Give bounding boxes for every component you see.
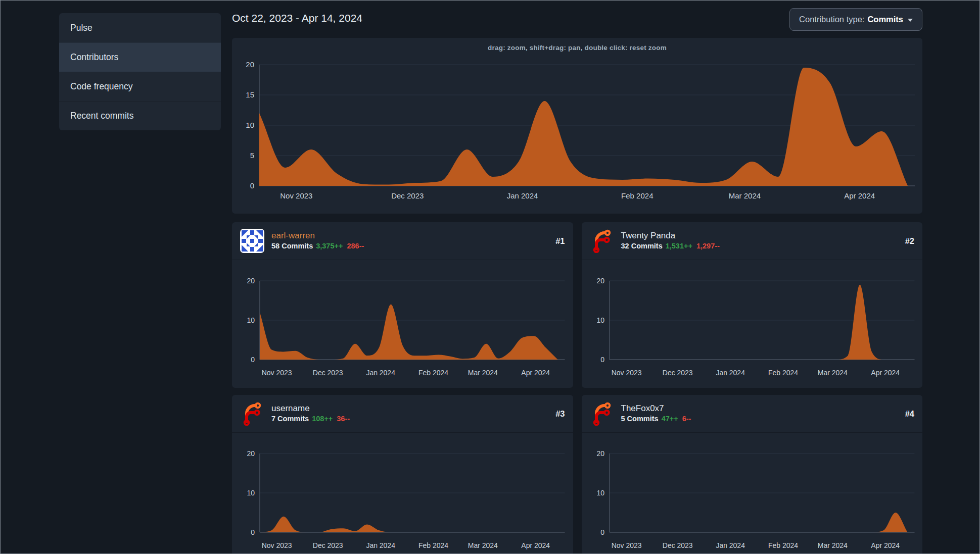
sidebar-item-label: Code frequency — [70, 81, 133, 92]
contributor-card-header: username 7 Commits108++36-- #3 — [232, 395, 573, 433]
sidebar-item-pulse[interactable]: Pulse — [59, 13, 221, 42]
sidebar-item-recent-commits[interactable]: Recent commits — [59, 101, 221, 130]
contributor-name-link[interactable]: Twenty Panda — [621, 231, 720, 241]
commits-area-series — [260, 305, 558, 360]
contributor-additions: 3,375++ — [316, 242, 343, 250]
svg-text:Mar 2024: Mar 2024 — [729, 191, 761, 200]
contributor-chart[interactable]: 01020Nov 2023Dec 2023Jan 2024Feb 2024Mar… — [582, 433, 923, 554]
svg-text:Jan 2024: Jan 2024 — [716, 541, 745, 549]
svg-text:Feb 2024: Feb 2024 — [768, 369, 798, 377]
contributor-additions: 47++ — [662, 415, 678, 423]
svg-text:5: 5 — [250, 151, 254, 160]
contributor-commit-count: 5 Commits — [621, 415, 659, 423]
contributor-commit-count: 58 Commits — [271, 242, 313, 250]
forgejo-logo-avatar-image — [240, 401, 264, 426]
svg-text:Nov 2023: Nov 2023 — [611, 369, 641, 377]
sidebar-item-contributors[interactable]: Contributors — [59, 42, 221, 72]
svg-text:20: 20 — [247, 277, 255, 285]
contribution-type-dropdown[interactable]: Contribution type: Commits — [789, 8, 922, 31]
contributor-deletions: 6-- — [682, 415, 691, 423]
commits-area-series — [260, 517, 558, 532]
contributor-avatar[interactable] — [240, 401, 264, 426]
svg-text:0: 0 — [600, 356, 604, 364]
commits-area-series — [609, 285, 907, 360]
contributor-card-header: Twenty Panda 32 Commits1,531++1,297-- #2 — [582, 222, 923, 260]
svg-text:20: 20 — [247, 449, 255, 458]
activity-content: Oct 22, 2023 - Apr 14, 2024 Contribution… — [232, 8, 922, 554]
contributor-deletions: 36-- — [337, 415, 350, 423]
svg-text:20: 20 — [596, 277, 604, 285]
contributors-activity-page: { "page": { "bg": "#141a22", "card_bg": … — [0, 0, 980, 554]
sidebar-item-label: Contributors — [70, 52, 118, 63]
svg-text:Mar 2024: Mar 2024 — [817, 369, 847, 377]
svg-text:0: 0 — [250, 181, 254, 190]
contributor-cards-grid: earl-warren 58 Commits3,375++286-- #1 01… — [232, 222, 922, 554]
commits-area-series — [609, 513, 907, 532]
svg-text:Mar 2024: Mar 2024 — [468, 369, 498, 377]
forgejo-logo-avatar-image — [590, 401, 614, 426]
contributor-card-header: TheFox0x7 5 Commits47++6-- #4 — [582, 395, 923, 433]
forgejo-logo-avatar-image — [590, 229, 614, 253]
svg-text:0: 0 — [251, 528, 255, 536]
overall-contributions-card: drag: zoom, shift+drag: pan, double clic… — [232, 38, 922, 214]
svg-text:Dec 2023: Dec 2023 — [662, 541, 692, 549]
svg-text:10: 10 — [247, 489, 255, 497]
contributor-deletions: 1,297-- — [696, 242, 720, 250]
overall-contributions-chart[interactable]: 05101520Nov 2023Dec 2023Jan 2024Feb 2024… — [232, 38, 922, 214]
contributor-name-link[interactable]: username — [271, 404, 350, 414]
contributor-additions: 1,531++ — [666, 242, 692, 250]
contributor-chart[interactable]: 01020Nov 2023Dec 2023Jan 2024Feb 2024Mar… — [232, 260, 573, 386]
contributor-card: TheFox0x7 5 Commits47++6-- #4 01020Nov 2… — [582, 395, 923, 554]
contributor-rank: #2 — [905, 236, 914, 246]
svg-text:Nov 2023: Nov 2023 — [611, 541, 641, 549]
contributor-stats: 5 Commits47++6-- — [621, 415, 691, 423]
svg-text:10: 10 — [247, 316, 255, 324]
contributor-chart[interactable]: 01020Nov 2023Dec 2023Jan 2024Feb 2024Mar… — [582, 260, 923, 386]
contributor-avatar[interactable] — [590, 401, 614, 426]
contributor-stats: 58 Commits3,375++286-- — [271, 242, 364, 250]
svg-text:10: 10 — [596, 316, 604, 324]
svg-text:Mar 2024: Mar 2024 — [817, 541, 847, 549]
contribution-type-value: Commits — [867, 15, 903, 24]
contributor-rank: #4 — [905, 409, 914, 419]
svg-text:Feb 2024: Feb 2024 — [621, 191, 653, 200]
contributor-rank: #1 — [555, 236, 565, 246]
svg-text:Apr 2024: Apr 2024 — [521, 541, 550, 549]
svg-text:Jan 2024: Jan 2024 — [366, 369, 395, 377]
svg-text:Dec 2023: Dec 2023 — [313, 541, 343, 549]
contributor-avatar[interactable] — [590, 229, 614, 253]
svg-text:Nov 2023: Nov 2023 — [262, 369, 292, 377]
contributor-stats: 32 Commits1,531++1,297-- — [621, 242, 720, 250]
svg-text:Dec 2023: Dec 2023 — [313, 369, 343, 377]
commits-area-series — [259, 68, 908, 186]
date-range-title: Oct 22, 2023 - Apr 14, 2024 — [232, 12, 362, 24]
svg-text:Apr 2024: Apr 2024 — [521, 369, 550, 377]
svg-text:Dec 2023: Dec 2023 — [391, 191, 424, 200]
svg-text:20: 20 — [596, 449, 604, 458]
contributor-rank: #3 — [555, 409, 565, 419]
contributor-commit-count: 32 Commits — [621, 242, 663, 250]
svg-text:Nov 2023: Nov 2023 — [280, 191, 312, 200]
contribution-type-label: Contribution type: — [799, 15, 864, 24]
svg-text:Feb 2024: Feb 2024 — [418, 541, 448, 549]
svg-text:0: 0 — [251, 356, 255, 364]
svg-text:10: 10 — [246, 121, 254, 129]
contributor-name-link[interactable]: TheFox0x7 — [621, 404, 691, 414]
contributor-name-link[interactable]: earl-warren — [271, 231, 364, 241]
contributor-avatar[interactable] — [240, 229, 264, 253]
chevron-down-icon — [908, 19, 913, 22]
svg-text:Dec 2023: Dec 2023 — [662, 369, 692, 377]
svg-text:Nov 2023: Nov 2023 — [262, 541, 292, 549]
sidebar-item-code-frequency[interactable]: Code frequency — [59, 72, 221, 101]
svg-text:10: 10 — [596, 489, 604, 497]
svg-text:Apr 2024: Apr 2024 — [871, 541, 900, 549]
svg-text:0: 0 — [600, 528, 604, 536]
svg-text:Mar 2024: Mar 2024 — [468, 541, 498, 549]
contributor-card: username 7 Commits108++36-- #3 01020Nov … — [232, 395, 573, 554]
identicon-avatar-image — [240, 229, 264, 253]
contributor-chart[interactable]: 01020Nov 2023Dec 2023Jan 2024Feb 2024Mar… — [232, 433, 573, 554]
contributor-commit-count: 7 Commits — [271, 415, 309, 423]
contributor-card: earl-warren 58 Commits3,375++286-- #1 01… — [232, 222, 573, 388]
contributor-deletions: 286-- — [347, 242, 364, 250]
contributor-card-header: earl-warren 58 Commits3,375++286-- #1 — [232, 222, 573, 260]
